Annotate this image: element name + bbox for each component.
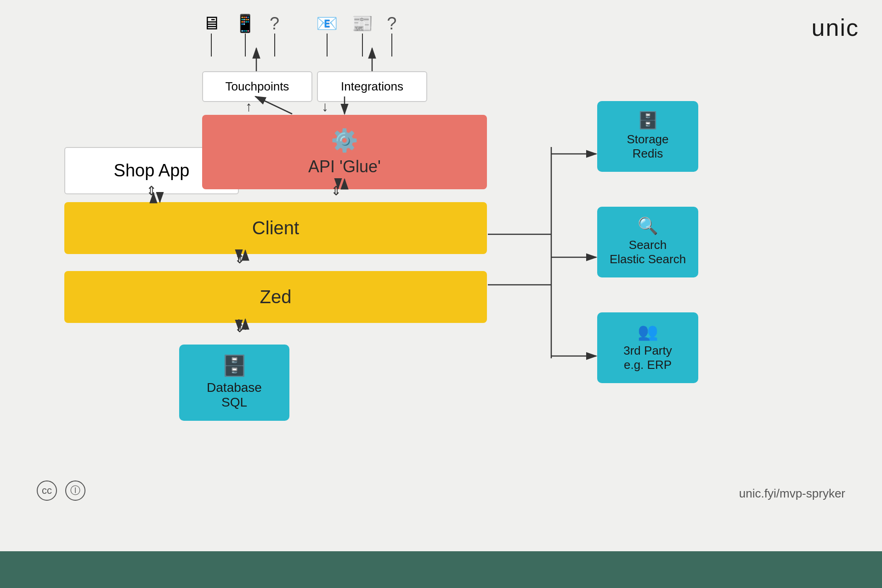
storage-label: Storage Redis [627,132,668,161]
zed-label: Zed [260,287,292,307]
touchpoints-box: Touchpoints [202,71,312,102]
database-icon: 🗄️ [222,356,247,376]
thirdparty-label: 3rd Party e.g. ERP [623,344,672,372]
search-label: Search Elastic Search [610,238,686,266]
shop-app-label: Shop App [114,161,190,180]
footer-bar [0,551,882,588]
database-box: 🗄️ Database SQL [179,345,289,421]
question1-icon: ? [270,14,279,34]
thirdparty-box: 👥 3rd Party e.g. ERP [597,312,698,383]
website-url: unic.fyi/mvp-spryker [739,486,845,501]
api-glue-label: API 'Glue' [308,157,381,176]
client-box: Client [64,202,487,254]
tablet-icon: 📱 [234,13,256,34]
gear-icon: ⚙️ [331,128,358,153]
question2-icon: ? [387,14,396,34]
document-icon: 📰 [351,13,373,34]
logo: unic [812,14,859,41]
touchpoints-label: Touchpoints [226,79,289,93]
database-label: Database SQL [207,380,262,410]
cc-icon: cc [37,481,57,501]
email-icon: 📧 [316,13,338,34]
api-glue-box: ⚙️ API 'Glue' [202,115,487,189]
client-label: Client [252,218,299,238]
storage-box: 🗄️ Storage Redis [597,101,698,172]
storage-icon: 🗄️ [638,112,658,129]
desktop-icon: 🖥 [202,13,220,34]
info-icon: Ⓘ [65,481,85,501]
integrations-label: Integrations [341,79,403,93]
license-area: cc Ⓘ [37,481,85,501]
integrations-box: Integrations [317,71,427,102]
thirdparty-icon: 👥 [638,323,658,340]
zed-box: Zed [64,271,487,323]
search-box: 🔍 Search Elastic Search [597,207,698,277]
search-elastic-icon: 🔍 [638,218,658,234]
